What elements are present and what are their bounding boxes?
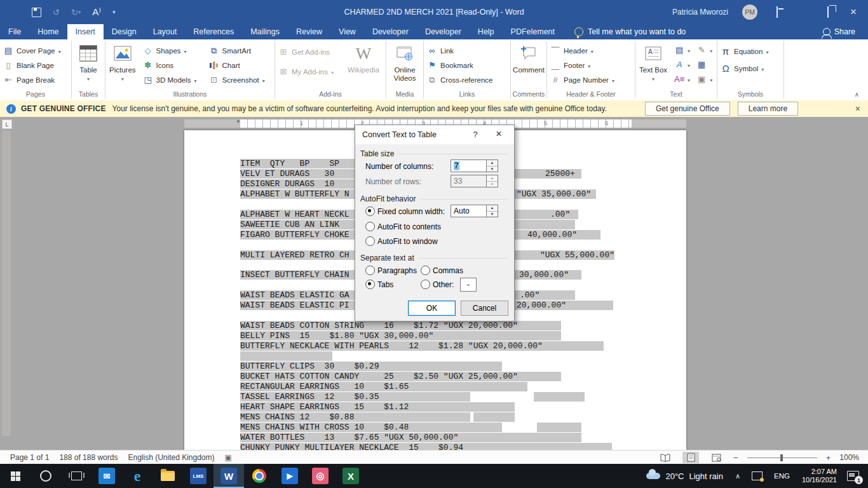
tab-developer[interactable]: Developer	[364, 24, 417, 39]
document-line[interactable]: INSECT BUTTERFLY CHAIN	[240, 270, 349, 280]
tab-view[interactable]: View	[330, 24, 364, 39]
cast-icon[interactable]	[752, 471, 763, 480]
document-line[interactable]: BELLY PINS 15 $1.80 "UGX 30,000.00"	[240, 331, 433, 341]
ribbon-display-options-button[interactable]	[771, 7, 783, 17]
document-line[interactable]: VELV ET DURAGS 30	[240, 169, 334, 179]
read-aloud-button[interactable]: A⁾	[92, 6, 101, 18]
save-button[interactable]	[32, 8, 41, 17]
print-layout-button[interactable]	[682, 452, 699, 463]
taskbar-chrome-app[interactable]	[244, 464, 275, 488]
cross-reference-button[interactable]: ⧉Cross-reference	[424, 72, 496, 87]
redo-button[interactable]: ↻▾	[71, 8, 81, 17]
document-line[interactable]: FIGARO BUTTERFLY CHOKE	[240, 230, 349, 240]
document-line[interactable]: ALPHABET W BUTTERFLY N	[240, 189, 349, 199]
web-layout-button[interactable]	[708, 452, 724, 463]
restore-button[interactable]	[822, 7, 834, 17]
tab-home[interactable]: Home	[29, 24, 67, 39]
collapse-ribbon-button[interactable]: ∧	[855, 91, 859, 98]
tab-references[interactable]: References	[185, 24, 242, 39]
language-switcher[interactable]: ENG	[768, 472, 796, 480]
autofit-window-radio[interactable]	[365, 236, 375, 246]
document-line-fragment[interactable]: .00"	[520, 290, 539, 300]
table-button[interactable]: Table	[76, 41, 101, 83]
document-line[interactable]: MENS CHAINS WITH CROSS 10 $0.48	[240, 423, 409, 432]
bookmark-button[interactable]: ⚑Bookmark	[424, 58, 496, 72]
get-addins-button[interactable]: ⊞Get Add-ins	[275, 44, 344, 59]
spinner-arrows-icon[interactable]: ▲▼	[486, 159, 498, 172]
task-view-button[interactable]	[61, 464, 92, 488]
dialog-title-bar[interactable]: Convert Text to Table	[355, 125, 514, 144]
proofing-icon[interactable]: ▣	[225, 453, 232, 462]
columns-spinner[interactable]: 7 ▲▼	[451, 159, 498, 172]
dialog-close-button[interactable]: ×	[492, 128, 505, 140]
taskbar-file-explorer[interactable]	[153, 464, 183, 488]
customize-qat-button[interactable]: ▾	[112, 9, 116, 15]
autofit-contents-radio[interactable]	[365, 222, 375, 231]
page-indicator[interactable]: Page 1 of 1	[10, 453, 49, 462]
blank-page-button[interactable]: ▯Blank Page	[0, 58, 64, 72]
object-button[interactable]: ▣	[693, 72, 715, 86]
document-line[interactable]: MENS CHAINS 12 $0.88	[240, 412, 354, 422]
signature-line-button[interactable]: ✎	[693, 43, 715, 57]
document-line-fragment[interactable]: 30,000.00"	[519, 270, 569, 280]
document-line[interactable]: HEART SHAPE EARRINGS 15 $1.12	[240, 402, 409, 412]
read-mode-button[interactable]	[657, 452, 674, 463]
taskbar-video-app[interactable]: ▶	[275, 464, 305, 488]
other-radio[interactable]	[421, 280, 430, 289]
share-button[interactable]: Share	[823, 24, 868, 39]
document-line[interactable]: WAIST BEADS ELASTIC GA	[240, 290, 349, 300]
symbol-button[interactable]: ΩSymbol	[717, 61, 771, 76]
document-line-fragment[interactable]: "UGX 35,000.00"	[517, 189, 591, 199]
link-button[interactable]: ∞Link	[424, 43, 496, 58]
fixed-width-radio[interactable]	[365, 207, 375, 216]
wikipedia-button[interactable]: W Wikipedia	[344, 41, 383, 74]
wordart-button[interactable]: A	[671, 57, 693, 72]
document-line[interactable]: MULTI LAYERED RETRO CH	[240, 250, 349, 260]
document-line-fragment[interactable]: 40,000.00"	[527, 230, 577, 240]
word-count[interactable]: 188 of 188 words	[59, 453, 118, 462]
tab-design[interactable]: Design	[104, 24, 145, 39]
document-line[interactable]: ITEM QTY BP SP	[240, 159, 339, 168]
banner-close-button[interactable]: ×	[855, 104, 860, 114]
tab-file[interactable]: File	[0, 24, 29, 39]
pictures-button[interactable]: Pictures	[105, 41, 140, 83]
document-line[interactable]: BUTTERFLY NECKLACE WITH PEARLS 12 $1.28 …	[240, 341, 543, 351]
learn-more-button[interactable]: Learn more	[738, 102, 798, 116]
taskbar-lms-app[interactable]: LMS	[183, 464, 214, 488]
dialog-help-button[interactable]: ?	[470, 130, 481, 139]
date-time-button[interactable]: ▦	[693, 57, 715, 72]
cover-page-button[interactable]: ▤Cover Page	[0, 43, 64, 58]
zoom-in-button[interactable]: +	[826, 453, 831, 463]
document-line[interactable]: TASSEL EARRINGS 12 $0.35	[240, 392, 379, 402]
document-line-fragment[interactable]: .00"	[550, 210, 570, 219]
show-hidden-icons-button[interactable]: ∧	[729, 472, 746, 480]
tab-help[interactable]: Help	[470, 24, 503, 39]
zoom-slider[interactable]	[747, 458, 817, 458]
action-center-button[interactable]: 1	[847, 471, 859, 481]
smartart-button[interactable]: ⧉SmartArt	[206, 43, 268, 58]
zoom-out-button[interactable]: −	[733, 453, 738, 463]
header-button[interactable]: ⎺Header	[547, 43, 618, 58]
taskbar-excel-app[interactable]: X	[336, 464, 366, 488]
tab-developer[interactable]: Developer	[417, 24, 470, 39]
cortana-button[interactable]	[31, 464, 61, 488]
document-line[interactable]: WAIST BEADS ELASTIC PI	[240, 301, 349, 310]
tab-layout[interactable]: Layout	[145, 24, 186, 39]
document-line[interactable]: BUCKET HATS COTTON CANDY 25 $2.50 "UGX 2…	[240, 372, 518, 381]
tabs-radio[interactable]	[365, 280, 375, 289]
fixed-width-spinner[interactable]: Auto ▲▼	[451, 205, 498, 217]
comment-button[interactable]: Comment	[509, 41, 548, 74]
user-name[interactable]: Patricia Mworozi	[672, 8, 728, 17]
language-indicator[interactable]: English (United Kingdom)	[128, 453, 214, 462]
spinner-arrows-icon[interactable]: ▲▼	[486, 205, 498, 217]
document-line-fragment[interactable]: 20,000.00"	[517, 301, 566, 310]
start-button[interactable]	[0, 464, 31, 488]
page-break-button[interactable]: ⇤Page Break	[0, 72, 64, 87]
page-number-button[interactable]: #Page Number	[547, 72, 618, 87]
my-addins-button[interactable]: ⊠My Add-ins	[275, 64, 344, 79]
taskbar-word-app[interactable]: W	[214, 464, 244, 488]
quick-parts-button[interactable]: ▤	[671, 43, 693, 57]
3d-models-button[interactable]: ◳3D Models	[140, 72, 206, 87]
text-box-button[interactable]: A Text Box	[635, 41, 671, 83]
document-line[interactable]: ALPHABET W HEART NECKL	[240, 210, 349, 219]
